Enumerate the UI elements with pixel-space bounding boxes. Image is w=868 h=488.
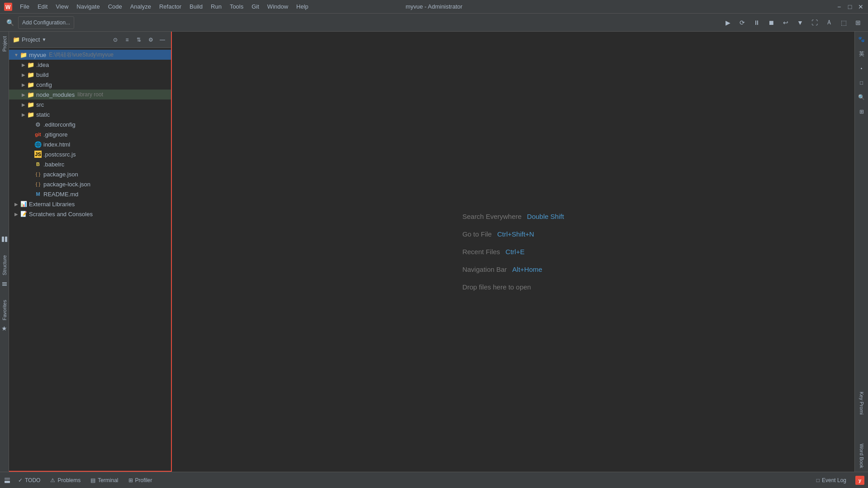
packagejson-label: package.json <box>43 171 78 178</box>
src-label: src <box>36 101 44 108</box>
svg-rect-7 <box>5 481 10 483</box>
svg-rect-3 <box>5 237 7 242</box>
menu-build[interactable]: Build <box>186 2 206 11</box>
recent-files-label: Recent Files <box>462 248 500 255</box>
drop-files-text: Drop files here to open <box>462 284 564 290</box>
dot-icon[interactable]: • <box>856 62 868 74</box>
favorites-tab[interactable]: Favorites <box>1 297 8 323</box>
problems-icon: ⚠ <box>50 477 55 483</box>
tree-item-gitignore[interactable]: ▶ git .gitignore <box>9 129 171 139</box>
tree-item-readme[interactable]: ▶ M README.md <box>9 189 171 199</box>
panel-minimize-icon[interactable]: — <box>157 35 167 45</box>
panel-settings-icon[interactable]: ⚙ <box>146 35 156 45</box>
menu-window[interactable]: Window <box>264 2 292 11</box>
key-prompt-tab[interactable]: Key Promi <box>858 390 865 417</box>
menu-file[interactable]: File <box>16 2 33 11</box>
profiler-button[interactable]: ⊞ Profiler <box>124 474 157 487</box>
bottom-bar: ✓ TODO ⚠ Problems ▤ Terminal ⊞ Profiler … <box>0 472 868 488</box>
menu-edit[interactable]: Edit <box>34 2 51 11</box>
config-label: config <box>36 81 52 88</box>
project-panel: 📁 Project ▼ ⊙ ≡ ⇅ ⚙ — ▼ 📁 myvue E:\尚硅谷\v… <box>9 32 172 472</box>
tree-item-postcssrc[interactable]: ▶ JS .postcssrc.js <box>9 149 171 159</box>
chinese-icon[interactable]: 英 <box>856 48 868 60</box>
terminal-button[interactable]: ▤ Terminal <box>86 474 123 487</box>
tree-item-packagelockjson[interactable]: ▶ { } package-lock.json <box>9 179 171 189</box>
file-tree: ▼ 📁 myvue E:\尚硅谷\vueStudy\myvue ▶ 📁 .ide… <box>9 48 171 471</box>
back-button[interactable]: ↩ <box>779 16 792 29</box>
project-tab[interactable]: Project <box>1 33 8 54</box>
bookmarks-icon[interactable]: ⛶ <box>808 16 821 29</box>
structure-icon[interactable] <box>0 280 9 288</box>
favorites-star-icon[interactable]: ★ <box>1 325 7 332</box>
bottom-panel-toggle[interactable] <box>4 477 11 484</box>
search-icon[interactable]: 🔍 <box>856 91 868 103</box>
panel-sort-icon[interactable]: ⇅ <box>134 35 144 45</box>
tree-item-idea[interactable]: ▶ 📁 .idea <box>9 60 171 70</box>
src-arrow-icon: ▶ <box>20 102 27 107</box>
run-button[interactable]: ▶ <box>721 16 734 29</box>
minimize-button[interactable]: − <box>835 3 843 10</box>
ext-libs-icon: 📊 <box>20 200 27 208</box>
scratches-arrow-icon: ▶ <box>13 212 20 217</box>
tree-item-editorconfig[interactable]: ▶ ⚙ .editorconfig <box>9 119 171 129</box>
babelrc-label: .babelrc <box>43 161 64 168</box>
static-label: static <box>36 111 50 118</box>
shortcut-row-nav: Navigation Bar Alt+Home <box>462 266 564 273</box>
tree-item-node-modules[interactable]: ▶ 📁 node_modules library root <box>9 90 171 99</box>
node-modules-folder-icon: 📁 <box>27 91 34 98</box>
svg-rect-8 <box>5 478 10 480</box>
maximize-button[interactable]: □ <box>846 3 854 10</box>
menu-run[interactable]: Run <box>207 2 225 11</box>
menu-tools[interactable]: Tools <box>226 2 247 11</box>
grid-icon[interactable]: ⊞ <box>856 106 868 118</box>
tree-item-indexhtml[interactable]: ▶ 🌐 index.html <box>9 139 171 149</box>
dropdown-button[interactable]: ▼ <box>794 16 806 29</box>
panel-title[interactable]: 📁 Project ▼ <box>13 36 46 43</box>
menu-help[interactable]: Help <box>293 2 312 11</box>
translate-icon[interactable]: Ａ <box>823 16 835 29</box>
tree-item-build[interactable]: ▶ 📁 build <box>9 70 171 80</box>
panel-header: 📁 Project ▼ ⊙ ≡ ⇅ ⚙ — <box>9 32 171 48</box>
todo-button[interactable]: ✓ TODO <box>14 474 45 487</box>
close-button[interactable]: ✕ <box>857 3 864 10</box>
structure-tab[interactable]: Structure <box>1 252 8 278</box>
sidebar-toggle[interactable] <box>0 235 9 243</box>
menu-view[interactable]: View <box>52 2 72 11</box>
grid-icon[interactable]: ⊞ <box>852 16 864 29</box>
menu-git[interactable]: Git <box>248 2 263 11</box>
gitignore-label: .gitignore <box>43 131 67 138</box>
packagejson-icon: { } <box>34 171 42 178</box>
tree-item-src[interactable]: ▶ 📁 src <box>9 99 171 109</box>
tree-item-packagejson[interactable]: ▶ { } package.json <box>9 169 171 179</box>
menu-refactor[interactable]: Refactor <box>156 2 185 11</box>
menu-analyze[interactable]: Analyze <box>127 2 155 11</box>
indexhtml-label: index.html <box>43 141 70 148</box>
tree-item-external-libraries[interactable]: ▶ 📊 External Libraries <box>9 199 171 209</box>
window-icon[interactable]: □ <box>856 77 868 89</box>
panel-sync-icon[interactable]: ⊙ <box>110 35 120 45</box>
tree-item-config[interactable]: ▶ 📁 config <box>9 80 171 90</box>
config-folder-icon: 📁 <box>27 81 34 88</box>
event-log-button[interactable]: □ Event Log <box>812 474 851 487</box>
refresh-button[interactable]: ⟳ <box>736 16 749 29</box>
tree-root[interactable]: ▼ 📁 myvue E:\尚硅谷\vueStudy\myvue <box>9 50 171 60</box>
tree-item-babelrc[interactable]: ▶ B .babelrc <box>9 159 171 169</box>
problems-button[interactable]: ⚠ Problems <box>46 474 85 487</box>
idea-arrow-icon: ▶ <box>20 62 27 67</box>
layout-icon[interactable]: ⬚ <box>837 16 850 29</box>
right-sidebar: 🐾 英 • □ 🔍 ⊞ Key Promi Word Book <box>854 32 868 472</box>
tree-item-static[interactable]: ▶ 📁 static <box>9 109 171 119</box>
search-everywhere-label: Search Everywhere <box>462 213 522 220</box>
menu-code[interactable]: Code <box>104 2 126 11</box>
paw-icon[interactable]: 🐾 <box>856 33 868 45</box>
word-book-tab[interactable]: Word Book <box>858 442 865 470</box>
stop-button[interactable]: ⏹ <box>765 16 778 29</box>
build-arrow-icon: ▶ <box>20 72 27 77</box>
readme-icon: M <box>34 190 42 198</box>
panel-collapse-all-icon[interactable]: ≡ <box>122 35 132 45</box>
add-configuration-button[interactable]: Add Configuration... <box>18 16 74 29</box>
search-everywhere-icon[interactable]: 🔍 <box>4 16 16 29</box>
tree-item-scratches[interactable]: ▶ 📝 Scratches and Consoles <box>9 209 171 219</box>
pause-button[interactable]: ⏸ <box>750 16 763 29</box>
menu-navigate[interactable]: Navigate <box>73 2 103 11</box>
